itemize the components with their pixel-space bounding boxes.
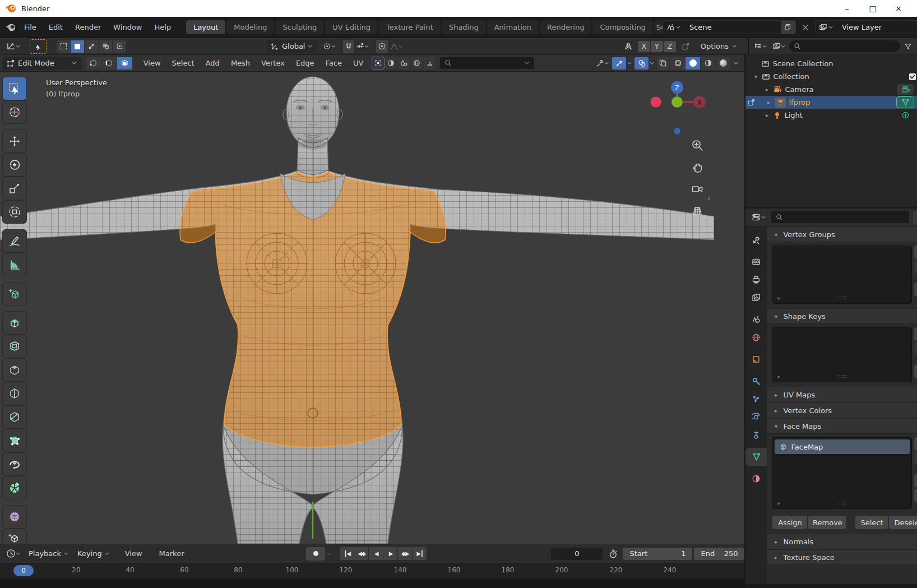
tool-transform[interactable]	[3, 201, 26, 223]
sk-remove-button[interactable]: −	[914, 342, 917, 355]
show-overlays-button[interactable]	[635, 57, 649, 70]
keying-menu[interactable]: Keying	[73, 547, 114, 561]
shading-rendered-button[interactable]	[716, 57, 730, 70]
proportional-falloff-dropdown[interactable]	[388, 40, 405, 53]
vg-remove-button[interactable]: −	[914, 260, 917, 274]
vg-specials-dropdown[interactable]	[914, 283, 917, 296]
timeline-track-area[interactable]	[0, 578, 744, 588]
outliner-search-input[interactable]	[789, 40, 900, 52]
outliner-filter-button[interactable]	[902, 40, 914, 53]
tab-modifiers[interactable]	[745, 372, 767, 390]
snap-toggle-button[interactable]	[343, 40, 354, 53]
mirror-x-button[interactable]: X	[638, 41, 650, 52]
editor-type-button[interactable]	[4, 40, 22, 53]
tab-scripting[interactable]: Scripting	[654, 20, 663, 34]
tab-physics[interactable]	[745, 408, 767, 426]
shape-keys-list[interactable]: ▸∷∷	[772, 327, 912, 382]
tool-cursor[interactable]	[3, 101, 26, 123]
tool-bevel[interactable]	[3, 359, 26, 381]
tab-object-data[interactable]	[745, 448, 767, 466]
play-button[interactable]: ▶	[383, 547, 397, 560]
navigation-gizmo[interactable]: Z X	[641, 78, 714, 137]
sk-add-button[interactable]: +	[914, 327, 917, 341]
vp-menu-mesh[interactable]: Mesh	[225, 57, 256, 70]
fm-remove-button[interactable]: −	[914, 452, 917, 465]
sk-specials-dropdown[interactable]	[914, 364, 917, 378]
tool-inset-faces[interactable]	[3, 335, 26, 358]
prev-keyframe-button[interactable]: ◀◆	[354, 547, 368, 560]
panel-uv-maps-header[interactable]: ▸ UV Maps ∷∷	[767, 387, 917, 402]
tool-extrude-region[interactable]	[3, 312, 26, 334]
outliner-row-scene-collection[interactable]: Scene Collection	[745, 57, 917, 70]
brush-button[interactable]	[424, 57, 436, 69]
viewport-search-input[interactable]	[440, 57, 534, 69]
outliner-filter-id-dropdown[interactable]	[771, 40, 787, 53]
fm-add-button[interactable]: +	[914, 437, 917, 451]
tab-constraints[interactable]	[745, 426, 767, 444]
jump-to-end-button[interactable]: ▶┃	[413, 547, 427, 560]
properties-search-input[interactable]	[771, 211, 909, 223]
tool-rip-region[interactable]	[3, 529, 26, 544]
light-data-icon[interactable]	[897, 110, 914, 121]
vp-menu-view[interactable]: View	[138, 57, 166, 70]
view-layer-selector[interactable]: View Layer	[815, 20, 917, 34]
vp-menu-uv[interactable]: UV	[348, 57, 369, 70]
gizmo-z-neg-axis[interactable]	[674, 128, 680, 135]
tab-animation[interactable]: Animation	[487, 20, 539, 34]
tool-scale[interactable]	[3, 177, 26, 200]
panel-face-maps-header[interactable]: ▾ Face Maps ∷∷	[767, 418, 917, 434]
visibility-dropdown[interactable]	[594, 57, 610, 70]
tab-shading[interactable]: Shading	[442, 20, 486, 34]
mirror-button[interactable]	[622, 40, 635, 53]
tool-shrink-fatten[interactable]	[3, 506, 26, 528]
vg-add-button[interactable]: +	[914, 246, 917, 259]
tab-sculpting[interactable]: Sculpting	[275, 20, 324, 34]
tab-scene[interactable]	[745, 311, 767, 328]
tool-select-box[interactable]	[3, 77, 26, 100]
camera-data-icon[interactable]	[897, 84, 914, 95]
tab-compositing[interactable]: Compositing	[592, 20, 653, 34]
shading-material-button[interactable]	[701, 57, 715, 70]
tab-object[interactable]	[745, 350, 767, 368]
tab-view-layer[interactable]	[745, 289, 767, 307]
shading-wireframe-button[interactable]	[670, 57, 685, 70]
tab-material[interactable]	[745, 470, 767, 488]
outliner-row-camera[interactable]: ▸ Camera	[745, 83, 917, 96]
toggle-xray-button[interactable]	[657, 57, 669, 70]
timeline-view-menu[interactable]: View	[119, 547, 148, 560]
mesh-data-icon[interactable]	[897, 97, 914, 108]
snap-base-button[interactable]	[679, 40, 692, 53]
current-frame-field[interactable]: 0	[551, 548, 603, 560]
menu-window[interactable]: Window	[107, 21, 148, 34]
tab-uv-editing[interactable]: UV Editing	[325, 20, 378, 34]
viewport-3d[interactable]: User Perspective (0) lfprop Z X	[0, 72, 744, 544]
expand-icon[interactable]: ▸	[765, 99, 772, 105]
tool-annotate[interactable]	[3, 230, 26, 252]
tab-layout[interactable]: Layout	[186, 20, 225, 34]
tool-add-cube[interactable]	[3, 283, 26, 305]
select-lasso-button[interactable]	[99, 40, 112, 53]
timeline-editor-type-button[interactable]	[4, 547, 22, 561]
scene-copy-button[interactable]	[781, 21, 795, 34]
outliner-row-lfprop[interactable]: ▸ lfprop	[745, 96, 917, 109]
outliner-display-mode-dropdown[interactable]	[752, 40, 768, 53]
tool-knife[interactable]	[3, 406, 26, 428]
select-extend-button[interactable]	[113, 40, 126, 53]
gizmo-x-neg-axis[interactable]	[651, 97, 661, 108]
properties-options-dropdown[interactable]	[913, 211, 917, 224]
gizmo-y-axis[interactable]	[671, 96, 683, 108]
tab-render[interactable]	[745, 253, 767, 271]
sidebar-collapse-chevron[interactable]: ‹	[707, 194, 710, 202]
face-map-item[interactable]: FaceMap	[775, 439, 910, 454]
options-dropdown[interactable]: Options	[695, 40, 742, 53]
vertex-groups-list[interactable]: ▸∷∷	[772, 246, 912, 304]
tab-modeling[interactable]: Modeling	[226, 20, 274, 34]
menu-edit[interactable]: Edit	[43, 21, 69, 34]
vp-menu-select[interactable]: Select	[166, 57, 200, 70]
tool-rotate[interactable]	[3, 154, 26, 176]
tool-smooth[interactable]	[3, 476, 26, 499]
panel-vertex-groups-header[interactable]: ▾ Vertex Groups ∷∷	[767, 226, 917, 242]
timeline-marker-menu[interactable]: Marker	[154, 547, 190, 560]
mirror-y-button[interactable]: Y	[651, 41, 663, 52]
vp-menu-face[interactable]: Face	[320, 57, 348, 70]
